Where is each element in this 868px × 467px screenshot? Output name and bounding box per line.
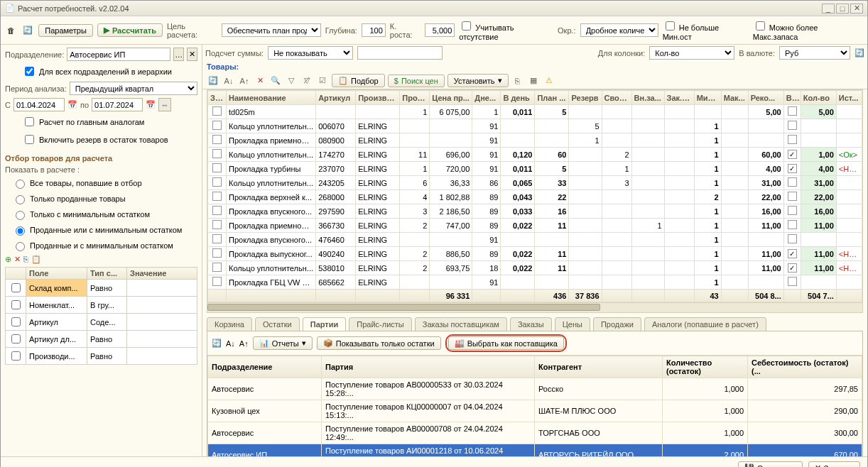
to-date[interactable] [92, 98, 143, 111]
calc-button[interactable]: ▶ Рассчитать [97, 23, 163, 37]
sub-grid[interactable]: ПодразделениеПартияКонтрагентКоличество … [207, 356, 862, 456]
goods-label: Товары: [202, 61, 867, 72]
params-button[interactable]: Параметры [38, 24, 93, 37]
tab-6[interactable]: Цены [555, 317, 590, 331]
from-label: С [5, 101, 11, 109]
reload-icon[interactable]: 🔄 [207, 75, 219, 87]
podbor-button[interactable]: 📋 Подбор [332, 74, 385, 87]
radio-sold-or-min[interactable]: Проданные или с минимальным остатком [12, 224, 197, 236]
radio-all[interactable]: Все товары, попавшие в отбор [12, 177, 197, 189]
tab-3[interactable]: Прайс-листы [349, 317, 411, 331]
close-footer-button[interactable]: ✕ Закрыть [808, 461, 860, 467]
select-supplier-highlight: 🏭 Выбрать как поставщика [445, 334, 567, 352]
main-grid[interactable]: За...НаименованиеАртикулПроизво...Прод..… [207, 90, 862, 302]
search-icon[interactable]: 🔍 [269, 75, 282, 87]
sort-asc-icon[interactable]: A↓ [222, 75, 235, 87]
sub-reload-icon[interactable]: 🔄 [212, 339, 222, 348]
sum-select[interactable]: Не показывать [268, 46, 353, 60]
refresh-icon[interactable]: 🔄 [855, 48, 864, 57]
tab-7[interactable]: Продажи [593, 317, 641, 331]
clear-icon[interactable]: 🗑 [5, 24, 18, 37]
okr-select[interactable]: Дробное количес [580, 23, 658, 37]
select-supplier-button[interactable]: 🏭 Выбрать как поставщика [448, 336, 564, 350]
save-button[interactable]: 💾 Сохранить [738, 461, 803, 467]
unit-label: Подразделение: [5, 50, 64, 59]
tab-1[interactable]: Остатки [255, 317, 300, 331]
tab-2[interactable]: Партии [303, 317, 347, 331]
tab-5[interactable]: Заказы [510, 317, 552, 331]
copy-icon[interactable]: ⎘ [511, 75, 524, 87]
calendar-icon-2[interactable]: 📅 [146, 100, 156, 109]
radio-sold[interactable]: Только проданные товары [12, 193, 197, 204]
min-checkbox[interactable]: Не больше Мин.ост [663, 19, 749, 41]
unit-clear[interactable]: ✕ [187, 48, 197, 61]
swap-dates[interactable]: ↔ [158, 98, 171, 111]
delete-row-icon[interactable]: ✕ [254, 75, 266, 87]
check-all-icon[interactable]: ☑ [316, 75, 329, 87]
tab-8[interactable]: Аналоги (попавшие в расчет) [644, 317, 766, 331]
depth-input[interactable] [362, 23, 386, 37]
main-toolbar: 🗑 🔄 Параметры ▶ Рассчитать Цель расчета:… [1, 16, 867, 45]
unit-ellipsis[interactable]: … [173, 48, 184, 61]
col-select[interactable]: Кол-во [649, 46, 734, 60]
analog-checkbox[interactable]: Расчет по главным аналогам [22, 115, 197, 128]
filter-title: Отбор товаров для расчета [5, 154, 197, 163]
all-units-checkbox[interactable]: Для всех подразделений в иерархии [22, 65, 197, 78]
add-icon[interactable]: ⊕ [5, 255, 11, 264]
refresh-icon[interactable]: 🔄 [22, 24, 35, 37]
show-title: Показать в расчете : [5, 165, 197, 174]
filter-off-icon[interactable]: ▽̸ [300, 75, 313, 87]
titlebar: 📄 Расчет потребностей. v2.02.04 _ □ ✕ [1, 1, 867, 16]
reports-dropdown[interactable]: 📊 Отчеты ▾ [253, 336, 313, 350]
from-date[interactable] [13, 98, 65, 111]
depth-label: Глубина: [325, 26, 357, 35]
app-icon: 📄 [5, 4, 15, 13]
period-label: Период анализа: [5, 84, 67, 93]
warning-icon[interactable]: ⚠ [543, 75, 555, 87]
sum-value-field[interactable] [357, 46, 443, 60]
goal-select[interactable]: Обеспечить план прода [222, 23, 321, 37]
okr-label: Окр.: [558, 26, 576, 35]
left-panel: Подразделение: … ✕ Для всех подразделени… [1, 45, 202, 456]
k-label: К. роста: [390, 22, 421, 39]
goal-label: Цель расчета: [167, 22, 217, 39]
radio-sold-and-min[interactable]: Проданные и с минимальным остатком [12, 240, 197, 251]
bottom-tabs: КорзинаОстаткиПартииПрайс-листыЗаказы по… [202, 313, 867, 331]
grid-toolbar: 🔄 A↓ A↑ ✕ 🔍 ▽ ▽̸ ☑ 📋 Подбор $ Поиск цен … [202, 72, 867, 89]
filter-table[interactable]: ПолеТип с...Значение Склад комп...РавноН… [5, 267, 197, 365]
reserve-checkbox[interactable]: Включить резерв в остаток товаров [22, 133, 197, 146]
close-button[interactable]: ✕ [850, 4, 863, 13]
col-label: Для колонки: [598, 49, 645, 57]
ustanovit-dropdown[interactable]: Установить ▾ [447, 74, 509, 87]
h-scrollbar[interactable] [207, 302, 862, 312]
absence-checkbox[interactable]: Учитывать отсутствие [459, 19, 553, 41]
to-label: по [80, 101, 89, 109]
currency-select[interactable]: Руб [779, 46, 850, 60]
period-select[interactable]: Предыдущий квартал [70, 82, 197, 95]
delete-icon[interactable]: ✕ [14, 255, 21, 264]
list-icon[interactable]: 📋 [31, 255, 41, 264]
unit-input[interactable] [67, 48, 170, 61]
max-checkbox[interactable]: Можно более Макс.запаса [753, 19, 863, 41]
tab-4[interactable]: Заказы поставщикам [415, 317, 507, 331]
columns-icon[interactable]: ▦ [527, 75, 540, 87]
show-rest-button[interactable]: 📦 Показывать только остатки [317, 336, 441, 350]
currency-label: В валюте: [739, 49, 775, 57]
calendar-icon[interactable]: 📅 [67, 100, 77, 109]
tab-0[interactable]: Корзина [207, 317, 252, 331]
poisk-button[interactable]: $ Поиск цен [388, 75, 445, 87]
window-title: Расчет потребностей. v2.02.04 [18, 4, 820, 13]
sub-sort-asc-icon[interactable]: A↓ [226, 339, 235, 348]
filter-icon[interactable]: ▽ [285, 75, 298, 87]
sort-desc-icon[interactable]: A↑ [238, 75, 251, 87]
right-panel: Подсчет суммы: Не показывать Для колонки… [202, 45, 867, 456]
minimize-button[interactable]: _ [822, 4, 835, 13]
k-input[interactable] [425, 23, 455, 37]
radio-min[interactable]: Только с минимальным остатком [12, 209, 197, 220]
sub-sort-desc-icon[interactable]: A↑ [239, 339, 249, 348]
maximize-button[interactable]: □ [836, 4, 849, 13]
copy-icon[interactable]: ⎘ [23, 255, 28, 264]
sum-label: Подсчет суммы: [205, 49, 264, 57]
